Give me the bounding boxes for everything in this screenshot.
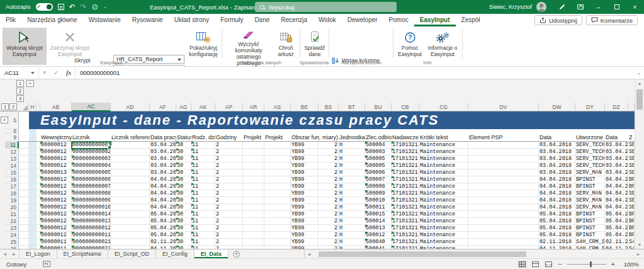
cell-DY-22[interactable]: BPINST <box>575 218 605 225</box>
cell-AC-13[interactable]: 000000000003 <box>72 156 111 163</box>
cell-AC-20[interactable]: 000000000010 <box>72 204 111 211</box>
cell-AG-23[interactable]: 30 <box>176 225 191 232</box>
ribbon-tab-pomoc[interactable]: Pomoc <box>383 14 414 26</box>
row-header-20[interactable]: 20 <box>5 204 19 211</box>
column-header-CB[interactable]: CB <box>392 103 419 112</box>
cell-AK-24[interactable]: 11 <box>191 232 215 239</box>
cell-AD-25[interactable] <box>111 239 150 246</box>
cell-BU-13[interactable]: 500005 <box>365 156 392 163</box>
cell-AS-15[interactable] <box>264 169 291 176</box>
cell-H-20[interactable] <box>29 204 37 211</box>
cell-CB-12[interactable]: 17101321 <box>392 149 419 156</box>
cell-AC-15[interactable]: 000000000005 <box>72 169 111 176</box>
cell-c0-14[interactable] <box>19 163 29 169</box>
cell-H-11[interactable] <box>29 142 37 149</box>
cell-AR-21[interactable] <box>243 211 264 218</box>
cell-AF-22[interactable]: 05.04.2018 <box>150 218 176 225</box>
cell-z-13[interactable]: SERV_TECH <box>628 156 635 163</box>
cell-DZ-14[interactable]: 03.04.2018 <box>605 163 628 169</box>
cell-DZ-23[interactable]: 05.04.2018 <box>605 225 628 232</box>
cell-AK-18[interactable]: 11 <box>191 190 215 197</box>
cell-AS-11[interactable] <box>264 142 291 149</box>
cell-AG-25[interactable]: 30 <box>176 239 191 246</box>
cell-AR-15[interactable] <box>243 169 264 176</box>
cell-DY-18[interactable]: SERV_MAN <box>575 190 605 197</box>
cell-AD-21[interactable] <box>111 211 150 218</box>
cell-AR-19[interactable] <box>243 197 264 204</box>
cell-AG-16[interactable]: 30 <box>176 176 191 183</box>
cell-H-23[interactable] <box>29 225 37 232</box>
row-header-13[interactable]: 13 <box>5 156 19 163</box>
field-header-af[interactable]: Data pracy <box>150 134 176 142</box>
field-header-ac[interactable]: Licznik <box>72 134 111 142</box>
cell-BT-23[interactable]: H <box>339 225 365 232</box>
cell-AD-12[interactable] <box>111 149 150 156</box>
cell-AF-13[interactable]: 03.04.2018 <box>150 156 176 163</box>
cell-BS-14[interactable]: 2 <box>319 163 339 169</box>
cell-CB-18[interactable]: 17101321 <box>392 190 419 197</box>
cell-DW-20[interactable]: 04.04.2018 <box>539 204 575 211</box>
horizontal-scrollbar[interactable]: ◂ ▸ <box>304 249 644 258</box>
sheet-tab-ei_data[interactable]: EI_Data <box>195 249 229 258</box>
cell-AB-19[interactable]: 00000012 <box>40 197 72 204</box>
cell-DZ-17[interactable]: 04.04.2018 <box>605 183 628 190</box>
ribbon-tab-narzędzia-główne[interactable]: Narzędzia główne <box>21 14 83 26</box>
cell-AP-16[interactable]: 2 <box>215 176 243 183</box>
cell-c0-13[interactable] <box>19 156 29 163</box>
field-header-ar[interactable]: Projekt <box>243 134 264 142</box>
cell-AR-17[interactable] <box>243 183 264 190</box>
cell-c0-15[interactable] <box>19 169 29 176</box>
cell-BE-20[interactable]: YB99 <box>291 204 319 211</box>
cell-BS-24[interactable]: 2 <box>319 232 339 239</box>
field-header-c0[interactable] <box>19 134 29 142</box>
row-header-9[interactable]: 9 <box>5 134 19 142</box>
cell-CB-11[interactable]: 17101321 <box>392 142 419 149</box>
scroll-down-icon[interactable]: ▼ <box>635 241 644 249</box>
cell-CG-13[interactable]: Maintenance <box>419 156 468 163</box>
cell-BT-18[interactable]: H <box>339 190 365 197</box>
cell-CG-12[interactable]: Maintenance <box>419 149 468 156</box>
cell-z-21[interactable]: BPINST <box>628 211 635 218</box>
cell-AF-24[interactable]: 05.04.2018 <box>150 232 176 239</box>
row-header-25[interactable]: 25 <box>5 239 19 246</box>
cell-DY-12[interactable]: SERV_TECH <box>575 149 605 156</box>
formula-bar-expand-icon[interactable]: ⌄ <box>634 67 644 79</box>
cell-DW-16[interactable]: 04.04.2018 <box>539 176 575 183</box>
cell-DW-24[interactable]: 05.04.2018 <box>539 232 575 239</box>
qat-customize-icon[interactable]: ⌄ <box>103 4 107 9</box>
cell-AK-14[interactable]: 11 <box>191 163 215 169</box>
cell-DW-21[interactable]: 05.04.2018 <box>539 211 575 218</box>
row-header-14[interactable]: 14 <box>5 163 19 169</box>
save-icon[interactable] <box>58 4 64 10</box>
cell-BU-20[interactable]: 500011 <box>365 204 392 211</box>
cell-AD-23[interactable] <box>111 225 150 232</box>
cell-DW-23[interactable]: 05.04.2018 <box>539 225 575 232</box>
cell-BT-11[interactable]: H <box>339 142 365 149</box>
cell-c0-18[interactable] <box>19 190 29 197</box>
cell-z-23[interactable]: BPINST <box>628 225 635 232</box>
field-header-ab[interactable]: Wewnętrzny <box>40 134 72 142</box>
cell-BU-24[interactable]: 500012 <box>365 232 392 239</box>
cell-c0-24[interactable] <box>19 232 29 239</box>
cell-CG-24[interactable]: Maintenance <box>419 232 468 239</box>
cell-DZ-16[interactable]: 04.04.2018 <box>605 176 628 183</box>
cell-DZ-19[interactable]: 04.04.2018 <box>605 197 628 204</box>
row-header-8[interactable]: 8 <box>5 129 19 134</box>
cell-AB-17[interactable]: 00000012 <box>40 183 72 190</box>
cell-BU-12[interactable]: 500003 <box>365 149 392 156</box>
field-header-dy[interactable]: Utworzone przez <box>575 134 605 142</box>
cell-AS-21[interactable] <box>264 211 291 218</box>
cell-AP-17[interactable]: 2 <box>215 183 243 190</box>
cell-CB-13[interactable]: 17101321 <box>392 156 419 163</box>
column-header-AD[interactable]: AD <box>111 103 150 112</box>
cell-c0-17[interactable] <box>19 183 29 190</box>
share-button[interactable]: Udostępnij <box>534 15 582 25</box>
cell-BS-19[interactable]: 2 <box>319 197 339 204</box>
cell-DW-12[interactable]: 03.04.2018 <box>539 149 575 156</box>
cell-z-17[interactable]: BPINST <box>628 183 635 190</box>
column-header-BU[interactable]: BU <box>365 103 392 112</box>
cell-DV-13[interactable] <box>468 156 539 163</box>
cell-DW-15[interactable]: 03.04.2018 <box>539 169 575 176</box>
cell-DV-12[interactable] <box>468 149 539 156</box>
cell-BE-11[interactable]: YB99 <box>291 142 319 149</box>
